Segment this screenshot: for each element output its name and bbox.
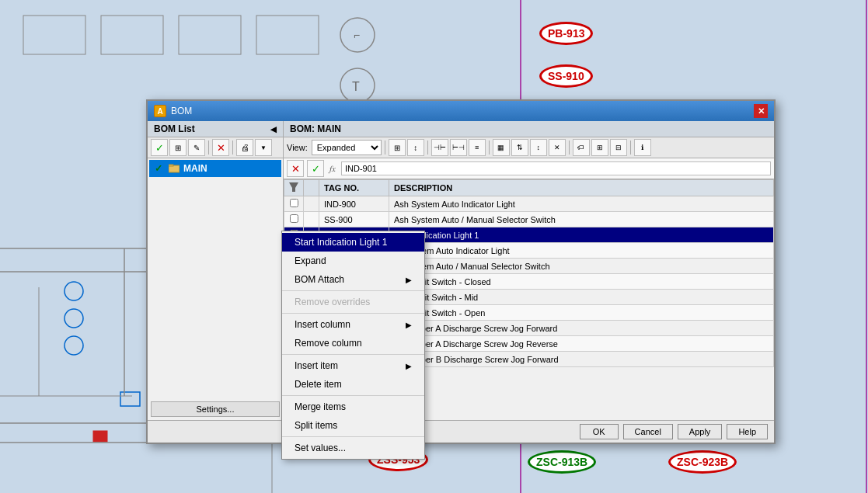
tb-more1[interactable]: ⊞ bbox=[591, 139, 608, 156]
dialog-footer: OK Cancel Apply Help bbox=[148, 420, 774, 443]
sep6 bbox=[630, 141, 631, 154]
ctx-item-remove-column[interactable]: Remove column bbox=[282, 334, 424, 352]
close-button[interactable]: ✕ bbox=[754, 104, 768, 118]
row-description: rate Limit Switch - Open bbox=[389, 305, 774, 321]
left-toolbar: ✓ ⊞ ✎ ✕ 🖨 bbox=[148, 137, 283, 158]
tb-split[interactable]: ⊣⊢ bbox=[431, 139, 448, 156]
submenu-arrow: ▶ bbox=[406, 276, 412, 284]
ctx-item-split-items[interactable]: Split items bbox=[282, 416, 424, 435]
tb-sort2[interactable]: ↕ bbox=[530, 139, 547, 156]
tb-rows[interactable]: ≡ bbox=[469, 139, 486, 156]
tag-ZSC-913B: ZSC-913B bbox=[528, 450, 596, 474]
table-row: IND-900 Ash System Auto Indicator Light bbox=[284, 196, 774, 212]
dialog-title-left: A BOM bbox=[154, 105, 192, 117]
row-tag: SS-900 bbox=[319, 212, 389, 227]
tag-PB-913: PB-913 bbox=[539, 22, 593, 45]
tree-check-icon: ✓ bbox=[152, 162, 165, 175]
formula-cancel-btn[interactable]: ✕ bbox=[287, 160, 304, 177]
svg-rect-16 bbox=[93, 431, 107, 442]
ctx-sep-2 bbox=[282, 313, 424, 314]
row-checkbox[interactable] bbox=[284, 212, 304, 227]
row-description: sh System Auto / Manual Selector Switch bbox=[389, 259, 774, 274]
th-num bbox=[304, 180, 319, 196]
tb-grid[interactable]: ⊞ bbox=[389, 139, 406, 156]
ctx-sep-1 bbox=[282, 290, 424, 291]
view-select[interactable]: Expanded bbox=[312, 140, 382, 155]
context-menu: Start Indication Light 1ExpandBOM Attach… bbox=[281, 231, 425, 460]
bom-main-header: BOM: MAIN bbox=[284, 121, 774, 137]
sep-view bbox=[385, 141, 385, 154]
tag-SS-910: SS-910 bbox=[539, 64, 593, 88]
svg-text:⌐: ⌐ bbox=[354, 29, 360, 41]
print-dropdown[interactable]: ▼ bbox=[255, 139, 272, 156]
bom-app-icon: A bbox=[154, 105, 166, 117]
svg-point-13 bbox=[64, 309, 83, 328]
help-button[interactable]: Help bbox=[727, 424, 768, 439]
dialog-titlebar: A BOM ✕ bbox=[148, 101, 774, 121]
svg-rect-6 bbox=[179, 16, 241, 54]
copy-btn[interactable]: ⊞ bbox=[169, 139, 186, 156]
right-toolbar: View: Expanded ⊞ ↕ ⊣⊢ ⊢⊣ ≡ ▦ ⇅ ↕ ✕ 🏷 ⊞ bbox=[284, 137, 774, 158]
ctx-item-insert-column[interactable]: Insert column▶ bbox=[282, 315, 424, 334]
row-description: rate Limit Switch - Mid bbox=[389, 290, 774, 305]
bom-tree-label: MAIN bbox=[183, 163, 207, 174]
bom-tree: ✓ MAIN bbox=[148, 158, 283, 398]
row-description: rate Limit Switch - Closed bbox=[389, 274, 774, 290]
row-description: Ash System Auto Indicator Light bbox=[389, 196, 774, 212]
ctx-sep-6 bbox=[282, 395, 424, 396]
ctx-item-delete-item[interactable]: Delete item bbox=[282, 375, 424, 394]
submenu-arrow: ▶ bbox=[406, 362, 412, 370]
table-row: SS-900 Ash System Auto / Manual Selector… bbox=[284, 212, 774, 227]
collapse-icon[interactable]: ◀ bbox=[270, 125, 277, 134]
formula-confirm-btn[interactable]: ✓ bbox=[307, 160, 324, 177]
ctx-selected-row: Start Indication Light 1 bbox=[282, 233, 424, 252]
delete-btn[interactable]: ✕ bbox=[212, 139, 229, 156]
bom-dialog: A BOM ✕ BOM List ◀ ✓ ⊞ bbox=[146, 99, 776, 444]
settings-button[interactable]: Settings... bbox=[151, 401, 280, 417]
ok-button[interactable]: OK bbox=[580, 424, 619, 439]
ctx-item-bom-attach[interactable]: BOM Attach▶ bbox=[282, 270, 424, 289]
sep3 bbox=[427, 141, 428, 154]
row-description: sh Hopper A Discharge Screw Jog Reverse bbox=[389, 336, 774, 352]
sep2 bbox=[232, 141, 233, 154]
tree-folder-icon bbox=[168, 162, 180, 175]
formula-input[interactable] bbox=[341, 161, 771, 175]
view-label: View: bbox=[287, 143, 308, 152]
svg-rect-4 bbox=[23, 16, 85, 54]
submenu-arrow: ▶ bbox=[406, 321, 412, 329]
row-description: sh Hopper A Discharge Screw Jog Forward bbox=[389, 321, 774, 336]
tb-info[interactable]: ℹ bbox=[634, 139, 651, 156]
formula-bar: ✕ ✓ 𝑓𝑥 bbox=[284, 158, 774, 179]
ctx-item-merge-items[interactable]: Merge items bbox=[282, 398, 424, 416]
row-tag: IND-900 bbox=[319, 196, 389, 212]
th-tag: TAG No. bbox=[319, 180, 389, 196]
sep5 bbox=[569, 141, 570, 154]
ctx-item-set-values[interactable]: Set values... bbox=[282, 439, 424, 457]
confirm-btn[interactable]: ✓ bbox=[151, 139, 168, 156]
edit-btn[interactable]: ✎ bbox=[188, 139, 205, 156]
row-checkbox[interactable] bbox=[284, 196, 304, 212]
tb-filter[interactable]: ▦ bbox=[493, 139, 510, 156]
cancel-button[interactable]: Cancel bbox=[623, 424, 673, 439]
tb-x2[interactable]: ✕ bbox=[549, 139, 566, 156]
tb-arrow[interactable]: ↕ bbox=[407, 139, 424, 156]
sep1 bbox=[208, 141, 209, 154]
ctx-item-expand[interactable]: Expand bbox=[282, 252, 424, 270]
ctx-item-insert-item[interactable]: Insert item▶ bbox=[282, 356, 424, 375]
tb-more2[interactable]: ⊟ bbox=[610, 139, 627, 156]
row-description: Ash System Auto / Manual Selector Switch bbox=[389, 212, 774, 227]
table-header-row: TAG No. DESCRIPTION bbox=[284, 180, 774, 196]
bom-list-header: BOM List ◀ bbox=[148, 121, 283, 137]
sep4 bbox=[489, 141, 490, 154]
tb-merge[interactable]: ⊢⊣ bbox=[450, 139, 467, 156]
tb-tag[interactable]: 🏷 bbox=[573, 139, 590, 156]
svg-rect-26 bbox=[169, 165, 173, 166]
bom-tree-item-main[interactable]: ✓ MAIN bbox=[149, 160, 281, 177]
print-btn[interactable]: 🖨 bbox=[236, 139, 253, 156]
row-description: sh System Auto Indicator Light bbox=[389, 243, 774, 259]
apply-button[interactable]: Apply bbox=[678, 424, 723, 439]
dialog-body: BOM List ◀ ✓ ⊞ ✎ ✕ bbox=[148, 121, 774, 420]
tb-sort[interactable]: ⇅ bbox=[511, 139, 528, 156]
ctx-sep-4 bbox=[282, 354, 424, 355]
svg-text:T: T bbox=[352, 80, 360, 93]
